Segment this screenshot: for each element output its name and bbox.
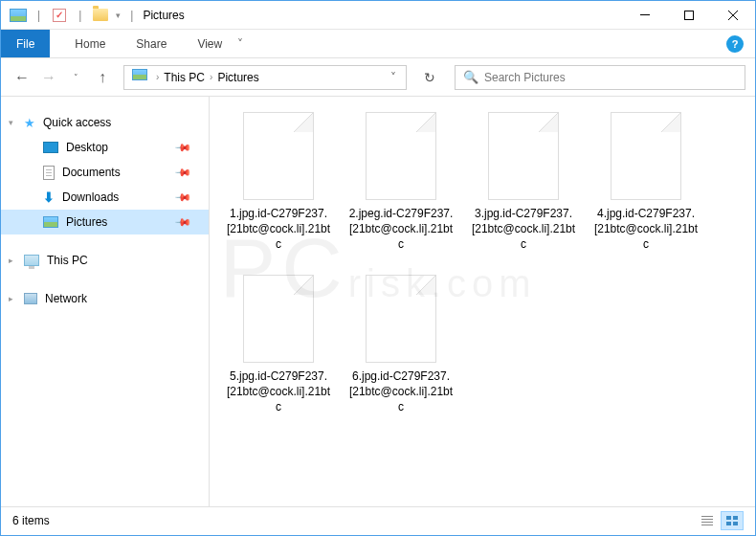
up-button[interactable]: ↑: [91, 66, 114, 89]
sidebar-item-pictures[interactable]: Pictures 📌: [1, 210, 209, 234]
file-icon: [488, 112, 559, 200]
search-icon: 🔍: [463, 70, 478, 84]
svg-rect-3: [701, 519, 713, 520]
pictures-icon: [43, 216, 58, 228]
details-view-button[interactable]: [696, 511, 719, 530]
breadcrumb-item[interactable]: Pictures: [215, 71, 260, 84]
sidebar-item-label: Pictures: [66, 215, 107, 229]
item-count: 6 items: [12, 514, 50, 527]
file-name: 6.jpg.id-C279F237.[21btc@cock.li].21btc: [344, 368, 458, 415]
window-controls: [623, 1, 755, 30]
qat-dropdown-icon[interactable]: ▾: [116, 11, 121, 20]
recent-dropdown-icon[interactable]: ˅: [64, 66, 87, 89]
separator: |: [78, 9, 81, 22]
search-input[interactable]: 🔍 Search Pictures: [455, 65, 745, 90]
file-item[interactable]: 5.jpg.id-C279F237.[21btc@cock.li].21btc: [217, 271, 340, 434]
tab-home[interactable]: Home: [59, 30, 121, 57]
pin-icon: 📌: [173, 212, 191, 231]
location-icon: [132, 69, 149, 86]
pc-icon: [24, 255, 39, 266]
sidebar-item-label: Network: [45, 292, 87, 305]
status-bar: 6 items: [1, 506, 755, 533]
content-area: ▾ ★ Quick access Desktop 📌 Documents 📌 ⬇…: [1, 97, 755, 506]
file-icon: [366, 275, 436, 363]
sidebar-item-quickaccess[interactable]: ▾ ★ Quick access: [1, 110, 209, 135]
pin-icon: 📌: [173, 138, 191, 156]
tab-file[interactable]: File: [1, 30, 50, 57]
chevron-down-icon[interactable]: ▾: [9, 118, 13, 127]
file-icon: [611, 112, 681, 200]
breadcrumb[interactable]: › This PC › Pictures ˅: [123, 65, 407, 90]
titlebar: | ✓ | ▾ | Pictures: [1, 1, 755, 30]
new-folder-icon[interactable]: [91, 6, 110, 25]
sidebar-item-desktop[interactable]: Desktop 📌: [1, 135, 209, 160]
quick-access-toolbar: | ✓ | ▾ | Pictures: [1, 6, 185, 25]
network-icon: [24, 293, 37, 304]
view-toggle: [696, 511, 744, 530]
sidebar-item-documents[interactable]: Documents 📌: [1, 160, 209, 185]
file-item[interactable]: 2.jpeg.id-C279F237.[21btc@cock.li].21btc: [340, 108, 462, 271]
file-item[interactable]: 1.jpg.id-C279F237.[21btc@cock.li].21btc: [217, 108, 340, 271]
svg-rect-2: [701, 516, 713, 517]
chevron-right-icon[interactable]: ›: [210, 72, 212, 82]
window-title: Pictures: [143, 9, 184, 22]
svg-rect-8: [726, 522, 731, 525]
file-icon: [366, 112, 436, 200]
search-placeholder: Search Pictures: [484, 71, 566, 84]
expand-ribbon-icon[interactable]: ˅: [237, 30, 251, 57]
chevron-right-icon[interactable]: ▸: [9, 256, 13, 265]
sidebar-item-network[interactable]: ▸ Network: [1, 286, 209, 311]
file-icon: [243, 275, 314, 363]
svg-rect-6: [726, 516, 731, 520]
file-name: 1.jpg.id-C279F237.[21btc@cock.li].21btc: [221, 206, 336, 253]
breadcrumb-dropdown-icon[interactable]: ˅: [385, 71, 402, 84]
close-button[interactable]: [711, 1, 755, 30]
tab-view[interactable]: View: [182, 30, 237, 57]
tab-share[interactable]: Share: [121, 30, 182, 57]
sidebar-item-label: Downloads: [62, 190, 119, 204]
file-name: 3.jpg.id-C279F237.[21btc@cock.li].21btc: [466, 206, 581, 253]
pin-icon: 📌: [173, 188, 191, 206]
svg-rect-7: [733, 516, 738, 520]
separator: |: [37, 9, 40, 22]
file-name: 5.jpg.id-C279F237.[21btc@cock.li].21btc: [221, 368, 336, 415]
navigation-bar: ← → ˅ ↑ › This PC › Pictures ˅ ↻ 🔍 Searc…: [1, 58, 755, 97]
star-icon: ★: [24, 116, 35, 130]
breadcrumb-item[interactable]: This PC: [162, 71, 207, 84]
svg-rect-5: [701, 525, 713, 525]
sidebar-item-downloads[interactable]: ⬇ Downloads 📌: [1, 185, 209, 210]
back-button[interactable]: ←: [11, 66, 33, 89]
navigation-pane: ▾ ★ Quick access Desktop 📌 Documents 📌 ⬇…: [1, 97, 210, 506]
chevron-right-icon[interactable]: ▸: [9, 294, 13, 303]
svg-rect-0: [640, 14, 650, 15]
ribbon-tabs: File Home Share View ˅ ?: [1, 30, 755, 58]
file-name: 4.jpg.id-C279F237.[21btc@cock.li].21btc: [589, 206, 703, 253]
file-item[interactable]: 4.jpg.id-C279F237.[21btc@cock.li].21btc: [585, 108, 707, 271]
sidebar-item-thispc[interactable]: ▸ This PC: [1, 248, 209, 273]
properties-icon[interactable]: ✓: [50, 6, 69, 25]
file-item[interactable]: 3.jpg.id-C279F237.[21btc@cock.li].21btc: [462, 108, 585, 271]
maximize-button[interactable]: [667, 1, 711, 30]
desktop-icon: [43, 142, 58, 153]
documents-icon: [43, 166, 55, 180]
separator: |: [130, 9, 133, 22]
downloads-icon: ⬇: [43, 190, 55, 205]
minimize-button[interactable]: [623, 1, 667, 30]
help-button[interactable]: ?: [726, 30, 744, 57]
file-list[interactable]: 1.jpg.id-C279F237.[21btc@cock.li].21btc …: [210, 97, 755, 506]
thumbnails-view-button[interactable]: [721, 511, 744, 530]
chevron-right-icon[interactable]: ›: [156, 72, 159, 82]
file-icon: [243, 112, 314, 200]
pin-icon: 📌: [173, 163, 191, 181]
sidebar-item-label: Desktop: [66, 141, 108, 154]
svg-rect-9: [733, 522, 738, 525]
refresh-button[interactable]: ↻: [416, 64, 443, 91]
sidebar-item-label: Documents: [62, 166, 121, 179]
sidebar-item-label: Quick access: [43, 116, 111, 129]
file-name: 2.jpeg.id-C279F237.[21btc@cock.li].21btc: [344, 206, 458, 253]
sidebar-item-label: This PC: [47, 254, 88, 267]
svg-rect-1: [685, 11, 694, 19]
app-icon[interactable]: [9, 6, 28, 25]
forward-button[interactable]: →: [37, 66, 60, 89]
file-item[interactable]: 6.jpg.id-C279F237.[21btc@cock.li].21btc: [340, 271, 462, 434]
